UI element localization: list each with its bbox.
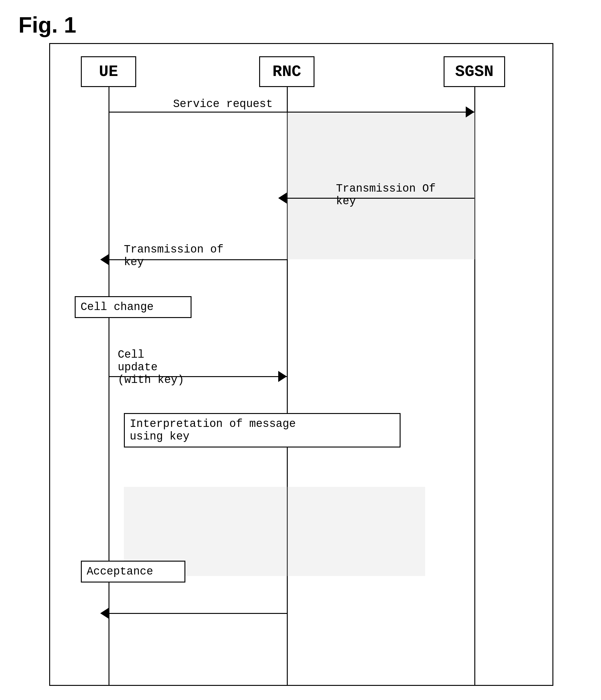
interpretation-box: Interpretation of message using key: [124, 413, 400, 448]
figure-label: Fig. 1: [19, 12, 76, 38]
acceptance-arrowhead: [100, 608, 109, 619]
diagram-container: UE RNC SGSN Service request Transmission…: [49, 43, 553, 686]
service-request-arrowhead: [466, 106, 474, 118]
acceptance-line: [109, 613, 287, 614]
cell-change-box: Cell change: [75, 296, 191, 318]
tx-key-sgsn-rnc-label: Transmission Of key: [336, 182, 436, 207]
lifeline-ue: [108, 87, 109, 685]
service-request-line: [109, 111, 474, 112]
cell-update-arrowhead: [278, 371, 287, 382]
tx-key-rnc-ue-arrowhead: [100, 254, 109, 265]
entity-sgsn: SGSN: [444, 56, 505, 87]
cell-update-label: Cell update (with key): [118, 348, 184, 386]
entity-rnc: RNC: [259, 56, 314, 87]
entity-ue: UE: [81, 56, 136, 87]
tx-key-sgsn-rnc-arrowhead: [278, 193, 287, 204]
tx-key-rnc-ue-label: Transmission of key: [124, 243, 224, 269]
acceptance-box: Acceptance: [81, 561, 185, 582]
service-request-label: Service request: [173, 98, 273, 110]
